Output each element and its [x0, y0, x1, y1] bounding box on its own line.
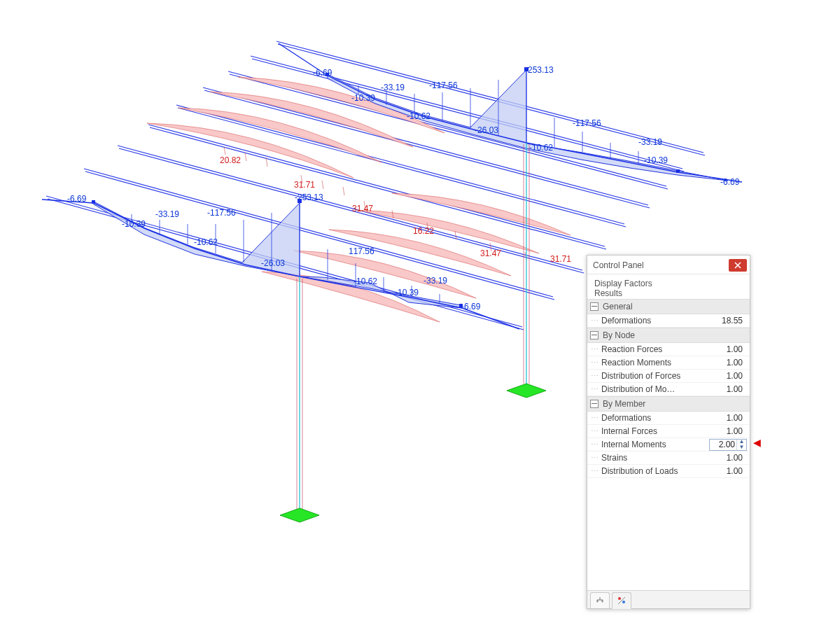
svg-point-69 — [622, 601, 625, 603]
section-bynode-rows: ⋯ Reaction Forces 1.00 ⋯ Reaction Moment… — [587, 343, 750, 396]
section-bynode-header[interactable]: By Node — [587, 328, 750, 343]
panel-tab-bar — [587, 590, 750, 608]
svg-point-68 — [618, 597, 621, 600]
support-back — [507, 384, 546, 398]
scale-icon — [595, 596, 605, 606]
section-bymember-rows: ⋯ Deformations 1.00 ⋯ Internal Forces 1.… — [587, 412, 750, 478]
collapse-icon[interactable] — [590, 302, 598, 311]
panel-title: Control Panel — [593, 257, 729, 274]
row-reaction-moments[interactable]: ⋯ Reaction Moments 1.00 — [587, 356, 750, 370]
svg-rect-67 — [459, 304, 463, 307]
svg-line-23 — [322, 181, 323, 189]
section-bymember-header[interactable]: By Member — [587, 396, 750, 412]
panel-titlebar[interactable]: Control Panel — [587, 255, 750, 274]
row-strains[interactable]: ⋯ Strains 1.00 — [587, 451, 750, 465]
pointer-indicator-icon — [753, 439, 761, 446]
section-bymember-title: By Member — [603, 399, 645, 409]
section-general-title: General — [603, 302, 633, 312]
section-general-header[interactable]: General — [587, 299, 750, 314]
svg-line-22 — [301, 175, 302, 183]
support-front — [280, 508, 319, 522]
svg-line-29 — [490, 243, 491, 251]
svg-rect-62 — [298, 199, 302, 203]
internal-moments-input[interactable] — [710, 440, 736, 449]
row-distribution-moments[interactable]: ⋯ Distribution of Mo… 1.00 — [587, 383, 750, 396]
row-internal-moments[interactable]: ⋯ Internal Moments ▲ ▼ — [587, 438, 750, 451]
factors-icon — [617, 596, 626, 606]
svg-rect-65 — [326, 73, 329, 76]
svg-line-11 — [148, 125, 605, 246]
panel-close-button[interactable] — [729, 259, 747, 272]
row-member-deformations[interactable]: ⋯ Deformations 1.00 — [587, 412, 750, 425]
svg-line-24 — [343, 187, 344, 195]
spinner-down-icon[interactable]: ▼ — [737, 444, 746, 450]
svg-line-10 — [178, 108, 626, 227]
row-distribution-forces[interactable]: ⋯ Distribution of Forces 1.00 — [587, 370, 750, 383]
svg-line-19 — [224, 147, 225, 155]
svg-rect-66 — [676, 169, 680, 173]
close-icon — [734, 262, 741, 269]
control-panel[interactable]: Control Panel Display Factors Results Ge… — [587, 255, 750, 609]
tab-scale[interactable] — [590, 592, 610, 608]
section-bynode-title: By Node — [603, 330, 635, 340]
collapse-icon[interactable] — [590, 400, 598, 408]
svg-line-20 — [245, 153, 246, 161]
row-distribution-loads[interactable]: ⋯ Distribution of Loads 1.00 — [587, 465, 750, 478]
svg-line-9 — [176, 105, 624, 224]
tab-factors[interactable] — [612, 592, 631, 609]
collapse-icon[interactable] — [590, 331, 598, 340]
internal-moments-spinner[interactable]: ▲ ▼ — [709, 439, 747, 451]
svg-line-14 — [119, 148, 584, 273]
svg-marker-44 — [328, 70, 728, 181]
row-internal-forces[interactable]: ⋯ Internal Forces 1.00 — [587, 425, 750, 438]
row-reaction-forces[interactable]: ⋯ Reaction Forces 1.00 — [587, 343, 750, 356]
panel-body: General ⋯ Deformations 18.55 By Node ⋯ R… — [587, 299, 750, 590]
svg-rect-64 — [92, 200, 95, 204]
svg-rect-63 — [524, 67, 528, 71]
svg-line-25 — [364, 201, 365, 209]
section-general-rows: ⋯ Deformations 18.55 — [587, 314, 750, 328]
row-general-deformations[interactable]: ⋯ Deformations 18.55 — [587, 314, 750, 328]
